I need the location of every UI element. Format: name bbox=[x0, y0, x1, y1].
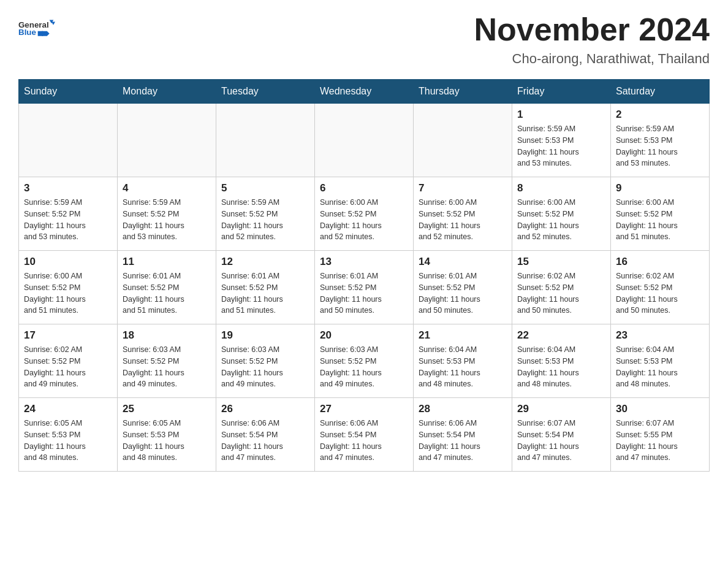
day-number: 12 bbox=[221, 256, 309, 268]
day-number: 10 bbox=[24, 256, 112, 268]
day-sun-info: Sunrise: 6:03 AM Sunset: 5:52 PM Dayligh… bbox=[320, 344, 408, 390]
weekday-header-wednesday: Wednesday bbox=[315, 80, 414, 104]
calendar-cell: 16Sunrise: 6:02 AM Sunset: 5:52 PM Dayli… bbox=[611, 251, 710, 324]
calendar-cell: 9Sunrise: 6:00 AM Sunset: 5:52 PM Daylig… bbox=[611, 177, 710, 251]
calendar-cell bbox=[19, 104, 118, 177]
day-number: 17 bbox=[24, 329, 112, 342]
day-number: 25 bbox=[123, 403, 211, 415]
weekday-header-monday: Monday bbox=[118, 80, 216, 104]
day-sun-info: Sunrise: 6:00 AM Sunset: 5:52 PM Dayligh… bbox=[616, 197, 704, 243]
day-number: 19 bbox=[221, 329, 309, 342]
location-subtitle: Cho-airong, Narathiwat, Thailand bbox=[474, 51, 710, 67]
day-sun-info: Sunrise: 5:59 AM Sunset: 5:53 PM Dayligh… bbox=[517, 123, 605, 169]
calendar-cell: 13Sunrise: 6:01 AM Sunset: 5:52 PM Dayli… bbox=[315, 251, 414, 324]
calendar-cell: 5Sunrise: 5:59 AM Sunset: 5:52 PM Daylig… bbox=[216, 177, 315, 251]
day-sun-info: Sunrise: 6:03 AM Sunset: 5:52 PM Dayligh… bbox=[123, 344, 211, 390]
day-sun-info: Sunrise: 6:04 AM Sunset: 5:53 PM Dayligh… bbox=[517, 344, 605, 390]
day-number: 23 bbox=[616, 329, 704, 342]
weekday-header-tuesday: Tuesday bbox=[216, 80, 315, 104]
day-sun-info: Sunrise: 6:06 AM Sunset: 5:54 PM Dayligh… bbox=[419, 418, 507, 464]
day-sun-info: Sunrise: 6:03 AM Sunset: 5:52 PM Dayligh… bbox=[221, 344, 309, 390]
day-sun-info: Sunrise: 6:00 AM Sunset: 5:52 PM Dayligh… bbox=[320, 197, 408, 243]
calendar-cell: 20Sunrise: 6:03 AM Sunset: 5:52 PM Dayli… bbox=[315, 324, 414, 398]
calendar-cell: 25Sunrise: 6:05 AM Sunset: 5:53 PM Dayli… bbox=[118, 398, 216, 472]
day-sun-info: Sunrise: 6:02 AM Sunset: 5:52 PM Dayligh… bbox=[517, 270, 605, 316]
weekday-header-friday: Friday bbox=[512, 80, 611, 104]
logo-svg: General Blue bbox=[18, 12, 55, 46]
day-number: 9 bbox=[616, 182, 704, 194]
day-sun-info: Sunrise: 6:00 AM Sunset: 5:52 PM Dayligh… bbox=[419, 197, 507, 243]
calendar-cell: 15Sunrise: 6:02 AM Sunset: 5:52 PM Dayli… bbox=[512, 251, 611, 324]
calendar-week-row: 17Sunrise: 6:02 AM Sunset: 5:52 PM Dayli… bbox=[19, 324, 710, 398]
day-number: 1 bbox=[517, 109, 605, 121]
month-year-title: November 2024 bbox=[474, 12, 710, 47]
page-header: General Blue November 2024 Cho-airong, N… bbox=[18, 12, 710, 67]
day-sun-info: Sunrise: 6:06 AM Sunset: 5:54 PM Dayligh… bbox=[320, 418, 408, 464]
calendar-cell: 22Sunrise: 6:04 AM Sunset: 5:53 PM Dayli… bbox=[512, 324, 611, 398]
day-sun-info: Sunrise: 6:02 AM Sunset: 5:52 PM Dayligh… bbox=[616, 270, 704, 316]
calendar-cell: 1Sunrise: 5:59 AM Sunset: 5:53 PM Daylig… bbox=[512, 104, 611, 177]
calendar-week-row: 3Sunrise: 5:59 AM Sunset: 5:52 PM Daylig… bbox=[19, 177, 710, 251]
calendar-week-row: 10Sunrise: 6:00 AM Sunset: 5:52 PM Dayli… bbox=[19, 251, 710, 324]
calendar-cell: 19Sunrise: 6:03 AM Sunset: 5:52 PM Dayli… bbox=[216, 324, 315, 398]
day-number: 15 bbox=[517, 256, 605, 268]
day-number: 22 bbox=[517, 329, 605, 342]
day-sun-info: Sunrise: 5:59 AM Sunset: 5:52 PM Dayligh… bbox=[221, 197, 309, 243]
day-number: 18 bbox=[123, 329, 211, 342]
calendar-cell: 10Sunrise: 6:00 AM Sunset: 5:52 PM Dayli… bbox=[19, 251, 118, 324]
day-number: 28 bbox=[419, 403, 507, 415]
day-number: 2 bbox=[616, 109, 704, 121]
day-sun-info: Sunrise: 6:00 AM Sunset: 5:52 PM Dayligh… bbox=[24, 270, 112, 316]
calendar-cell: 28Sunrise: 6:06 AM Sunset: 5:54 PM Dayli… bbox=[414, 398, 512, 472]
day-sun-info: Sunrise: 6:01 AM Sunset: 5:52 PM Dayligh… bbox=[221, 270, 309, 316]
day-sun-info: Sunrise: 6:05 AM Sunset: 5:53 PM Dayligh… bbox=[123, 418, 211, 464]
day-number: 24 bbox=[24, 403, 112, 415]
calendar-cell: 12Sunrise: 6:01 AM Sunset: 5:52 PM Dayli… bbox=[216, 251, 315, 324]
calendar-cell: 30Sunrise: 6:07 AM Sunset: 5:55 PM Dayli… bbox=[611, 398, 710, 472]
calendar-cell: 17Sunrise: 6:02 AM Sunset: 5:52 PM Dayli… bbox=[19, 324, 118, 398]
day-number: 29 bbox=[517, 403, 605, 415]
calendar-cell: 4Sunrise: 5:59 AM Sunset: 5:52 PM Daylig… bbox=[118, 177, 216, 251]
day-number: 16 bbox=[616, 256, 704, 268]
calendar-cell: 7Sunrise: 6:00 AM Sunset: 5:52 PM Daylig… bbox=[414, 177, 512, 251]
day-sun-info: Sunrise: 6:07 AM Sunset: 5:55 PM Dayligh… bbox=[616, 418, 704, 464]
day-sun-info: Sunrise: 5:59 AM Sunset: 5:53 PM Dayligh… bbox=[616, 123, 704, 169]
calendar-header-row: SundayMondayTuesdayWednesdayThursdayFrid… bbox=[19, 80, 710, 104]
day-number: 6 bbox=[320, 182, 408, 194]
day-sun-info: Sunrise: 6:06 AM Sunset: 5:54 PM Dayligh… bbox=[221, 418, 309, 464]
calendar-table: SundayMondayTuesdayWednesdayThursdayFrid… bbox=[18, 79, 710, 472]
calendar-cell: 18Sunrise: 6:03 AM Sunset: 5:52 PM Dayli… bbox=[118, 324, 216, 398]
day-number: 30 bbox=[616, 403, 704, 415]
day-number: 14 bbox=[419, 256, 507, 268]
day-sun-info: Sunrise: 5:59 AM Sunset: 5:52 PM Dayligh… bbox=[123, 197, 211, 243]
day-number: 7 bbox=[419, 182, 507, 194]
calendar-cell: 2Sunrise: 5:59 AM Sunset: 5:53 PM Daylig… bbox=[611, 104, 710, 177]
svg-marker-2 bbox=[51, 22, 55, 25]
calendar-cell: 14Sunrise: 6:01 AM Sunset: 5:52 PM Dayli… bbox=[414, 251, 512, 324]
weekday-header-sunday: Sunday bbox=[19, 80, 118, 104]
day-sun-info: Sunrise: 6:04 AM Sunset: 5:53 PM Dayligh… bbox=[616, 344, 704, 390]
day-number: 27 bbox=[320, 403, 408, 415]
day-sun-info: Sunrise: 6:05 AM Sunset: 5:53 PM Dayligh… bbox=[24, 418, 112, 464]
calendar-cell bbox=[315, 104, 414, 177]
day-sun-info: Sunrise: 6:02 AM Sunset: 5:52 PM Dayligh… bbox=[24, 344, 112, 390]
calendar-cell: 11Sunrise: 6:01 AM Sunset: 5:52 PM Dayli… bbox=[118, 251, 216, 324]
svg-marker-5 bbox=[42, 31, 49, 36]
day-sun-info: Sunrise: 6:01 AM Sunset: 5:52 PM Dayligh… bbox=[123, 270, 211, 316]
day-number: 5 bbox=[221, 182, 309, 194]
svg-text:Blue: Blue bbox=[18, 28, 36, 37]
day-sun-info: Sunrise: 6:04 AM Sunset: 5:53 PM Dayligh… bbox=[419, 344, 507, 390]
calendar-cell bbox=[118, 104, 216, 177]
calendar-cell bbox=[414, 104, 512, 177]
calendar-cell: 3Sunrise: 5:59 AM Sunset: 5:52 PM Daylig… bbox=[19, 177, 118, 251]
weekday-header-saturday: Saturday bbox=[611, 80, 710, 104]
day-sun-info: Sunrise: 6:01 AM Sunset: 5:52 PM Dayligh… bbox=[419, 270, 507, 316]
day-number: 21 bbox=[419, 329, 507, 342]
day-number: 20 bbox=[320, 329, 408, 342]
calendar-cell: 8Sunrise: 6:00 AM Sunset: 5:52 PM Daylig… bbox=[512, 177, 611, 251]
day-sun-info: Sunrise: 5:59 AM Sunset: 5:52 PM Dayligh… bbox=[24, 197, 112, 243]
day-sun-info: Sunrise: 6:00 AM Sunset: 5:52 PM Dayligh… bbox=[517, 197, 605, 243]
calendar-cell: 27Sunrise: 6:06 AM Sunset: 5:54 PM Dayli… bbox=[315, 398, 414, 472]
calendar-cell: 26Sunrise: 6:06 AM Sunset: 5:54 PM Dayli… bbox=[216, 398, 315, 472]
day-number: 3 bbox=[24, 182, 112, 194]
